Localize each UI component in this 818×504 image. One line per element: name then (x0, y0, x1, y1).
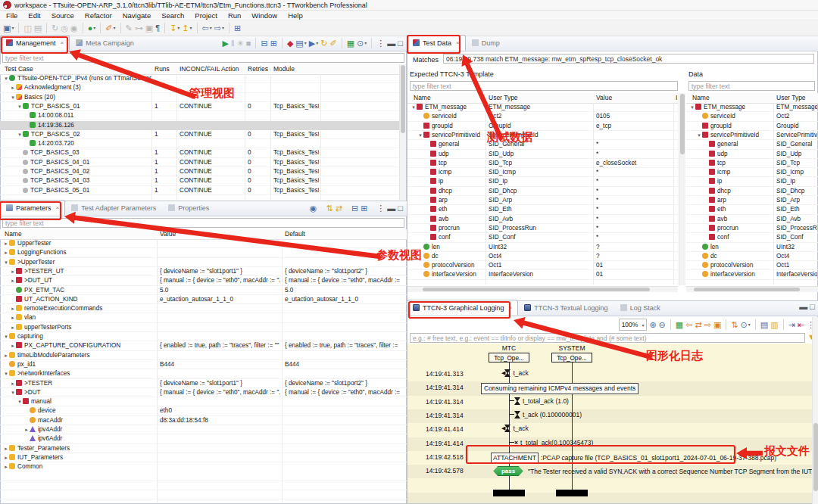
expander-icon[interactable]: ▾ (3, 74, 9, 83)
template-vscrollbar[interactable] (679, 93, 685, 285)
parameter-row[interactable]: ipv6Addr (0, 434, 407, 443)
expander-icon[interactable]: ▸ (3, 453, 9, 462)
expander-icon[interactable]: ▾ (696, 131, 702, 140)
column-header-i[interactable]: I (676, 94, 677, 101)
logging-filter-input[interactable] (410, 333, 805, 343)
testcase-row[interactable]: ▾TTsuite-OPEN-TCP_IPv4 (runs on TTmanSer… (0, 74, 399, 83)
column-header-retries[interactable]: Retries (248, 65, 268, 73)
dropdown-arrow-icon[interactable]: ▾ (222, 24, 224, 33)
dropdown-arrow-icon[interactable]: ▾ (190, 24, 192, 33)
search-pin-icon[interactable]: ✐▾ (105, 24, 115, 33)
management-tab-management[interactable]: Management× (0, 35, 70, 51)
column-header-default[interactable]: Default (285, 230, 305, 238)
stop-campaign-icon[interactable]: ■ (246, 39, 251, 48)
data-row[interactable]: tcpSID_Tcp (686, 159, 818, 168)
testcase-row[interactable]: ▾TCP_BASICS_011CONTINUE0Tcp_Basics_Test.… (0, 102, 399, 111)
next-match-icon[interactable]: ⇨ (704, 321, 711, 329)
column-header-name[interactable]: Name (414, 94, 431, 101)
template-row[interactable]: dhcpSID_Dhcp* (407, 187, 678, 196)
data-row[interactable]: ▾servicePrimitiveIdServicePrimitiveId (686, 131, 818, 140)
dropdown-arrow-icon[interactable]: ▾ (304, 39, 307, 48)
template-row[interactable]: lenUInt32? (407, 243, 678, 252)
expander-icon[interactable]: ▾ (417, 131, 423, 140)
run-icon[interactable]: ●▾ (88, 24, 96, 33)
close-icon[interactable]: × (509, 304, 513, 311)
expander-icon[interactable]: ▾ (10, 93, 16, 102)
template-row[interactable]: udpSID_Udp* (407, 150, 678, 159)
timer-stop-event[interactable]: ◀t_ack (501, 369, 529, 377)
menu-navigate[interactable]: Navigate (123, 11, 151, 20)
print-log-icon[interactable]: ▥ (770, 321, 778, 329)
template-row[interactable]: ▾servicePrimitiveIdServicePrimitiveId (407, 131, 678, 140)
data-row[interactable]: ▾ETM_messageETM_message (686, 103, 818, 112)
parameter-row[interactable]: ▸>DUT_UT{ manual := { device := "eth0", … (0, 276, 407, 285)
parameter-row[interactable]: UT_ACTION_KINDe_utaction_autosar_1_1_0e_… (0, 295, 407, 304)
testcase-row[interactable]: ▾Basics (20) (0, 93, 399, 102)
data-row[interactable]: ipSID_Ip (686, 177, 818, 186)
data-row[interactable]: ethSID_Eth (686, 205, 818, 214)
export-campaign-icon[interactable]: ▤▾ (295, 39, 306, 48)
zoom-in-icon[interactable]: ⊕ (649, 321, 656, 329)
column-header-inconc-fail-action[interactable]: INCONC/FAIL Action (180, 65, 239, 73)
refresh-icon[interactable]: ↻ (320, 39, 327, 48)
column-header-value[interactable]: Value (596, 94, 612, 101)
menu-run[interactable]: Run (228, 11, 241, 20)
prev-annotation-icon[interactable]: ↥▾ (182, 24, 192, 33)
parameters-tab-parameters[interactable]: Parameters× (0, 200, 65, 216)
menu-search[interactable]: Search (161, 11, 184, 20)
close-icon[interactable]: × (56, 204, 60, 211)
campaign-settings-icon[interactable]: ✳ (237, 39, 244, 48)
parameter-row[interactable]: deviceeth0 (0, 406, 407, 415)
dropdown-arrow-icon[interactable]: ▾ (210, 24, 212, 33)
link-with-editor-icon[interactable]: ◉ (310, 204, 317, 213)
parameter-row[interactable]: ▸LoggingFunctions (0, 248, 407, 257)
expander-icon[interactable]: ▸ (10, 379, 16, 388)
parameters-tab-properties[interactable]: Properties (162, 200, 215, 216)
maximize-icon[interactable]: □ (398, 39, 403, 48)
testcase-row[interactable]: TCP_BASICS_05_011CONTINUE0Tcp_Basics_Tes… (0, 186, 399, 195)
column-header-module[interactable]: Module (273, 65, 295, 73)
import-campaign-icon[interactable]: ◆ (287, 39, 293, 48)
expander-icon[interactable]: ▾ (17, 397, 23, 406)
template-row[interactable]: tcpSID_Tcpe_closeSocket (407, 159, 678, 168)
lock-toggle-icon[interactable]: ▣ (145, 24, 153, 33)
match-table-icon[interactable]: ▦ (676, 321, 683, 329)
data-row[interactable]: dhcpSID_Dhcp (686, 187, 818, 196)
parameter-row[interactable]: ▾>DUT{ manual := { device := "eth0", mac… (0, 388, 407, 397)
parameters-filter-input[interactable] (2, 218, 404, 228)
column-header-user-type[interactable]: User Type (489, 94, 518, 101)
timeout-event[interactable]: ×t_total_ack(0.100345473) (509, 439, 593, 446)
parameter-row[interactable]: ▾manual (0, 397, 407, 406)
data-row[interactable]: avbSID_Avb (686, 215, 818, 224)
parameter-row[interactable]: ▸timeLibModuleParameters (0, 351, 407, 360)
coverage-icon[interactable]: ◉ (70, 24, 78, 33)
expander-icon[interactable]: ▾ (3, 369, 9, 378)
save-icon[interactable]: ◫ (23, 24, 31, 33)
template-row[interactable]: icmpSID_Icmp* (407, 168, 678, 177)
zoom-level-select[interactable]: 100%▾ (619, 319, 648, 331)
scheduler-clock-icon[interactable]: ⊙▾ (357, 39, 367, 48)
data-row[interactable]: dcOct4 (686, 252, 818, 261)
testcase-row[interactable]: TCP_BASICS_031CONTINUE0Tcp_Basics_Test..… (0, 148, 399, 157)
dropdown-arrow-icon[interactable]: ▾ (316, 39, 318, 48)
attachment-label[interactable]: ATTACHMENT (491, 453, 539, 463)
close-icon[interactable]: × (456, 39, 460, 46)
dropdown-arrow-icon[interactable]: ▾ (11, 24, 14, 33)
logging-scrollbar[interactable] (812, 317, 818, 504)
minimize-icon[interactable]: ▬ (387, 39, 395, 48)
template-filter-input[interactable] (410, 81, 678, 91)
menu-help[interactable]: Help (288, 11, 303, 20)
management-scrollbar[interactable] (399, 64, 406, 200)
logging-tab-ttcn-3-graphical-logging[interactable]: TTCN-3 Graphical Logging× (407, 300, 518, 316)
maximize-icon[interactable]: □ (398, 204, 403, 213)
next-annotation-icon[interactable]: ↧▾ (170, 24, 180, 33)
export-log-icon[interactable]: ▤ (760, 321, 768, 329)
column-header-test-case[interactable]: Test Case (5, 65, 33, 73)
dropdown-arrow-icon[interactable]: ▾ (748, 321, 751, 329)
filter-in-icon[interactable]: ⇥ (788, 321, 795, 329)
management-filter-input[interactable] (2, 53, 404, 63)
parameter-row[interactable]: ▸Common (0, 462, 407, 471)
run-configuration-icon[interactable]: ▶▾ (309, 39, 318, 48)
view-menu-icon[interactable]: ⋮ (376, 39, 385, 48)
data-row[interactable]: generalSID_General (686, 140, 818, 149)
